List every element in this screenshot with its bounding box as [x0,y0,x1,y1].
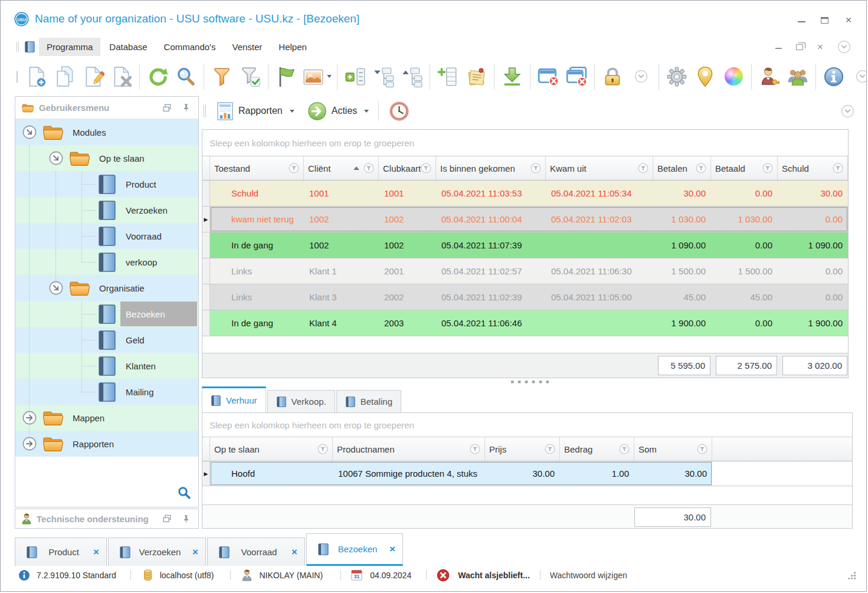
actionbar-grip[interactable] [204,104,206,117]
cell-betalen[interactable]: 1 500.00 [653,258,711,284]
close-button[interactable]: × [844,16,853,24]
cell-kwamuit[interactable]: 05.04.2021 11:06:30 [546,258,653,284]
cell-clubkaart[interactable]: 2003 [379,310,436,336]
add-node-button[interactable] [341,62,369,91]
cell-betaald[interactable]: 1 500.00 [711,258,778,284]
time-clock-button[interactable] [384,97,415,126]
mdi-minimize-button[interactable] [775,45,782,49]
menu-item-commandos[interactable]: Commando's [156,38,224,56]
cell-kwamuit[interactable]: 05.04.2021 11:05:00 [546,284,653,310]
close-window-button[interactable] [534,62,562,91]
mdi-tab-voorraad[interactable]: Voorraad× [207,538,305,566]
table-row[interactable]: In de gang1002100205.04.2021 11:07:391 0… [202,232,848,258]
cell-schuld[interactable]: 1 900.00 [778,310,848,336]
filter-icon[interactable] [317,444,328,454]
column-header-prijs[interactable]: Prijs [485,437,560,461]
collapse-tree-button[interactable] [398,62,426,91]
sidebar-item-mailing[interactable]: Mailing [15,379,198,405]
filter-icon[interactable] [638,163,648,173]
cell-isbinnengekomen[interactable]: 05.04.2021 11:02:39 [436,284,546,310]
cell-betalen[interactable]: 1 090.00 [653,232,711,258]
menu-item-programma[interactable]: Programma [39,38,100,56]
sidebar-item-klanten[interactable]: Klanten [15,353,198,379]
sidebar-item-bezoeken[interactable]: Bezoeken [15,301,198,327]
user-key-button[interactable] [755,62,784,91]
column-header-productnamen[interactable]: Productnamen [333,437,485,461]
rapporten-dropdown-button[interactable]: Rapporten [212,98,299,125]
cell-schuld[interactable]: 0.00 [778,207,848,232]
filter-icon[interactable] [697,444,707,454]
menu-item-database[interactable]: Database [101,38,155,56]
menubar-customize-button[interactable] [837,40,851,54]
table-row[interactable]: ▶Hoofd10067 Sommige producten 4, stuks30… [202,461,852,486]
expand-node-icon[interactable] [22,436,37,451]
chevron-small-button[interactable] [848,62,867,91]
minimize-button[interactable] [798,18,805,22]
menubar-grip[interactable] [17,42,19,52]
mdi-tab-product[interactable]: Product× [15,538,107,566]
filter-icon[interactable] [363,163,374,173]
cell-betaald[interactable]: 0.00 [711,232,778,258]
column-header-bedrag[interactable]: Bedrag [560,437,634,461]
pin-panel-button[interactable] [179,512,192,525]
tree-search-icon[interactable] [177,486,191,500]
cell-kwamuit[interactable]: 05.04.2021 11:05:34 [546,181,653,206]
filter-icon[interactable] [289,163,299,173]
tab-verkoop[interactable]: Verkoop. [267,390,335,412]
collapse-node-icon[interactable] [22,125,37,140]
maximize-button[interactable] [821,17,828,24]
column-header-som[interactable]: Som [634,437,712,461]
column-header-kwamuit[interactable]: Kwam uit [546,156,653,180]
sidebar-item-rapporten[interactable]: Rapporten [15,431,198,457]
column-header-schuld[interactable]: Schuld [778,156,848,180]
cell-schuld[interactable]: 30.00 [778,181,848,206]
sidebar-item-product[interactable]: Product [15,171,198,197]
tab-verhuur[interactable]: Verhuur [202,386,266,412]
filter-icon[interactable] [762,163,773,173]
cell-schuld[interactable]: 0.00 [778,284,848,310]
cell-betaald[interactable]: 0.00 [711,181,778,206]
cell-isbinnengekomen[interactable]: 05.04.2021 11:03:53 [436,181,546,206]
resize-grip[interactable] [847,571,856,579]
cell-betalen[interactable]: 1 900.00 [653,310,711,336]
refresh-button[interactable] [143,62,172,91]
cell-betaald[interactable]: 45.00 [711,284,778,310]
cell-toestand[interactable]: In de gang [210,310,304,336]
cell-betaald[interactable]: 0.00 [711,310,778,336]
sidebar-item-verkoop[interactable]: verkoop [15,249,198,275]
float-panel-button[interactable] [161,512,173,525]
cell-betaald[interactable]: 1 030.00 [711,207,778,232]
close-all-windows-button[interactable] [562,62,591,91]
cell-schuld[interactable]: 0.00 [778,258,848,284]
cell-clubkaart[interactable]: 2002 [379,284,436,310]
cell-kwamuit[interactable]: 05.04.2021 11:02:03 [546,207,653,232]
cell-isbinnengekomen[interactable]: 05.04.2021 11:07:39 [436,232,546,258]
close-tab-icon[interactable]: × [93,546,99,558]
float-panel-button[interactable] [161,101,173,114]
filter-button[interactable] [208,62,236,91]
users-group-button[interactable] [784,62,812,91]
mdi-tab-verzoeken[interactable]: Verzoeken× [108,538,206,566]
close-tab-icon[interactable]: × [291,546,297,558]
add-row-button[interactable] [434,62,462,91]
table-row[interactable]: In de gangKlant 4200305.04.2021 11:06:46… [202,310,848,336]
filter-apply-button[interactable] [236,62,264,91]
info-button[interactable] [820,62,848,91]
location-pin-button[interactable] [691,62,719,91]
cell-isbinnengekomen[interactable]: 05.04.2021 11:00:04 [436,207,546,232]
acties-dropdown-button[interactable]: Acties [303,98,374,125]
cell-bedrag[interactable]: 1.00 [560,461,634,486]
cell-clint[interactable]: 1001 [304,181,379,206]
cell-toestand[interactable]: Links [210,258,304,284]
cell-prijs[interactable]: 30.00 [485,461,560,486]
edit-document-button[interactable] [79,62,107,91]
cell-clubkaart[interactable]: 2001 [379,258,436,284]
cell-kwamuit[interactable] [546,310,653,336]
chevron-small-button[interactable] [627,62,655,91]
export-button[interactable] [498,62,526,91]
sidebar-item-organisatie[interactable]: Organisatie [15,275,198,301]
cell-betalen[interactable]: 1 030.00 [653,207,711,232]
mdi-restore-button[interactable] [796,44,803,50]
cell-clint[interactable]: 1002 [304,207,379,232]
filter-icon[interactable] [833,163,843,173]
